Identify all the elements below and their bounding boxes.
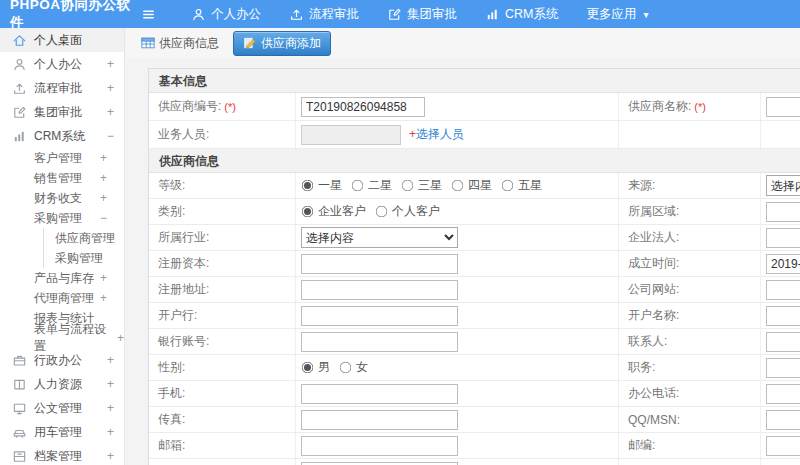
topnav-item[interactable]: 个人办公 [177, 0, 275, 28]
expand-toggle[interactable]: + [100, 291, 107, 305]
text-input[interactable] [766, 280, 800, 300]
radio-option[interactable]: 三星 [401, 177, 442, 194]
text-input[interactable] [766, 202, 800, 222]
archive-icon [12, 449, 27, 464]
text-input[interactable] [766, 97, 800, 117]
expand-toggle[interactable]: + [107, 449, 114, 463]
text-input[interactable] [301, 436, 458, 456]
add-doc-icon [243, 36, 257, 50]
text-input[interactable] [766, 358, 800, 378]
form-row: 类别:企业客户个人客户所属区域: [149, 199, 800, 225]
sidebar-item[interactable]: 采购管理− [0, 208, 124, 228]
form-row: 注册地址:公司网站: [149, 277, 800, 303]
radio-option[interactable]: 二星 [351, 177, 392, 194]
text-input[interactable] [766, 254, 800, 274]
sidebar-item[interactable]: 用车管理+ [0, 420, 124, 444]
radio-option[interactable]: 企业客户 [301, 203, 366, 220]
text-input[interactable] [766, 306, 800, 326]
radio-input[interactable] [352, 180, 364, 192]
select-input[interactable]: 选择内容 [766, 175, 800, 196]
expand-toggle[interactable]: + [107, 401, 114, 415]
text-input[interactable] [301, 280, 458, 300]
main-area: 供应商信息供应商添加 基本信息供应商编号:(*)供应商名称:(*)业务人员:+选… [126, 28, 800, 465]
text-input[interactable] [301, 97, 425, 117]
sidebar-item[interactable]: 表单与流程设置+ [0, 328, 124, 348]
expand-toggle[interactable]: + [107, 81, 114, 95]
tab-supplier-info[interactable]: 供应商信息 [134, 32, 226, 55]
sidebar-item[interactable]: CRM系统− [0, 124, 124, 148]
expand-toggle[interactable]: + [100, 271, 107, 285]
radio-input[interactable] [452, 180, 464, 192]
text-input[interactable] [766, 410, 800, 430]
expand-toggle[interactable]: + [107, 353, 114, 367]
sidebar-item[interactable]: 供应商管理 [43, 228, 124, 248]
text-input[interactable] [301, 254, 458, 274]
radio-option[interactable]: 男 [301, 359, 330, 376]
sidebar-item[interactable]: 行政办公+ [0, 348, 124, 372]
text-input[interactable] [766, 228, 800, 248]
sidebar-item[interactable]: 销售管理+ [0, 168, 124, 188]
sidebar-item[interactable]: 人力资源+ [0, 372, 124, 396]
expand-toggle[interactable]: + [107, 377, 114, 391]
expand-toggle[interactable]: − [107, 129, 114, 143]
radio-input[interactable] [302, 180, 314, 192]
radio-option[interactable]: 女 [339, 359, 368, 376]
sidebar-item-label: 客户管理 [34, 150, 82, 167]
radio-input[interactable] [502, 180, 514, 192]
text-input[interactable] [301, 332, 458, 352]
sidebar-item-label: 采购管理 [34, 210, 82, 227]
sidebar-item[interactable]: 集团审批+ [0, 100, 124, 124]
radio-option[interactable]: 一星 [301, 177, 342, 194]
upload-icon [12, 81, 27, 96]
sidebar-item[interactable]: 个人桌面 [0, 28, 124, 52]
text-input[interactable] [766, 436, 800, 456]
expand-toggle[interactable]: − [100, 211, 107, 225]
sidebar-item[interactable]: 客户管理+ [0, 148, 124, 168]
topnav-item[interactable]: CRM系统 [471, 0, 572, 28]
expand-toggle[interactable]: + [117, 331, 124, 345]
expand-toggle[interactable]: + [107, 57, 114, 71]
sidebar-item[interactable]: 产品与库存+ [0, 268, 124, 288]
radio-input[interactable] [340, 362, 352, 374]
radio-input[interactable] [376, 206, 388, 218]
sidebar-item[interactable]: 公文管理+ [0, 396, 124, 420]
select-input[interactable]: 选择内容 [301, 227, 458, 248]
expand-toggle[interactable]: + [100, 171, 107, 185]
radio-option[interactable]: 四星 [451, 177, 492, 194]
field-label: 等级: [158, 177, 185, 194]
topnav-item-label: 个人办公 [211, 6, 261, 23]
text-input[interactable] [301, 462, 458, 465]
text-input[interactable] [301, 410, 458, 430]
topnav-item[interactable]: 集团审批 [373, 0, 471, 28]
field-label: 成立时间: [628, 255, 679, 272]
text-input[interactable] [301, 125, 401, 145]
sidebar-item[interactable]: 档案管理+ [0, 444, 124, 465]
expand-toggle[interactable]: + [100, 191, 107, 205]
radio-option[interactable]: 五星 [501, 177, 542, 194]
expand-toggle[interactable]: + [100, 151, 107, 165]
topnav-item[interactable]: 更多应用▾ [572, 0, 662, 28]
sidebar-item[interactable]: 财务收支+ [0, 188, 124, 208]
sidebar-item[interactable]: 代理商管理+ [0, 288, 124, 308]
radio-input[interactable] [302, 206, 314, 218]
expand-toggle[interactable]: + [107, 105, 114, 119]
text-input[interactable] [766, 332, 800, 352]
text-input[interactable] [301, 306, 458, 326]
text-input[interactable] [766, 384, 800, 404]
sidebar-item[interactable]: 流程审批+ [0, 76, 124, 100]
select-person-link[interactable]: +选择人员 [409, 126, 464, 143]
tab-supplier-add[interactable]: 供应商添加 [233, 31, 331, 56]
radio-input[interactable] [402, 180, 414, 192]
sidebar-item-label: 集团审批 [34, 104, 82, 121]
field-label: 企业法人: [628, 229, 679, 246]
text-input[interactable] [301, 384, 458, 404]
expand-toggle[interactable]: + [107, 425, 114, 439]
sidebar-item[interactable]: 采购管理 [43, 248, 124, 268]
topnav-item[interactable]: 流程审批 [275, 0, 373, 28]
form-row: 邮箱:邮编: [149, 433, 800, 459]
radio-option[interactable]: 个人客户 [375, 203, 440, 220]
sidebar-item[interactable]: 个人办公+ [0, 52, 124, 76]
menu-toggle-icon[interactable] [133, 7, 163, 22]
radio-input[interactable] [302, 362, 314, 374]
sidebar-item-label: 个人桌面 [34, 32, 82, 49]
